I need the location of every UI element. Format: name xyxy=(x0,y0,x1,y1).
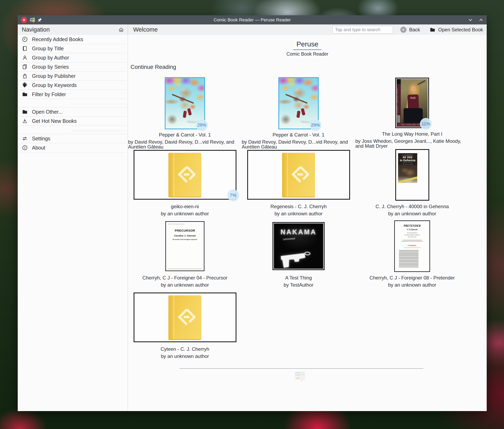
ebook-placeholder xyxy=(168,153,201,197)
chevron-up-icon[interactable] xyxy=(478,18,483,22)
page-title: Welcome xyxy=(133,26,158,33)
book-author: by Joss Whedon, Georges Jeant..., Katie … xyxy=(355,139,469,149)
book-title: geiko-eien-ni xyxy=(171,204,199,209)
chevron-down-icon[interactable] xyxy=(468,18,473,22)
book-card[interactable]: JOSS WHEDON • GEORGES JEANTY Buffy THE L… xyxy=(355,77,469,149)
book-cover[interactable]: C.J.Cherryh PRETENDER C.J.Cherryh PR xyxy=(394,220,430,272)
app-subtitle: Comic Book Reader xyxy=(128,51,487,57)
sidebar-item-about[interactable]: About xyxy=(20,143,126,152)
peruse-watermark-icon xyxy=(294,371,306,383)
sidebar-title: Navigation xyxy=(22,26,50,33)
sidebar-item-recently-added[interactable]: Recently Added Books xyxy=(20,35,126,44)
progress-badge: 29% xyxy=(196,119,208,131)
book-cover[interactable]: Volume 1 xyxy=(278,77,319,129)
back-button[interactable]: Back xyxy=(400,27,420,33)
book-card[interactable]: NAKAMA :uncocked: NAKAMA :uncocked: NAKA… xyxy=(242,220,355,291)
sidebar-item-group-by-keywords[interactable]: Group by Keywords xyxy=(20,81,126,90)
window-title: Comic Book Reader — Peruse Reader xyxy=(18,17,487,23)
book-card[interactable]: C.J.Cherryh PRETENDER C.J.Cherryh PR xyxy=(355,220,469,291)
book-title: Cherryh, C J - Foreigner 08 - Pretender xyxy=(370,275,455,280)
book-title: Cyteen - C. J. Cherryh xyxy=(161,347,209,352)
book-card[interactable]: Cyteen - C. J. Cherryh by an unknown aut… xyxy=(128,291,242,362)
book-card[interactable]: 7% geiko-eien-ni by an unknown author xyxy=(128,149,242,220)
main-content: Peruse Comic Book Reader Continue Readin… xyxy=(128,35,487,411)
bag-icon xyxy=(22,73,28,79)
contents-list xyxy=(399,250,418,268)
sliders-icon xyxy=(22,135,28,142)
open-selected-book-label: Open Selected Book xyxy=(438,27,483,33)
divider xyxy=(71,131,126,131)
book-icon xyxy=(22,45,28,52)
navigation-sidebar: Recently Added Books Group by Title Grou… xyxy=(18,35,128,411)
cover-art-pretender: PRETENDER C.J.Cherryh the second book of… xyxy=(394,220,430,272)
book-title: Regenesis - C. J. Cherryh xyxy=(270,204,327,209)
book-card[interactable]: Caroline J. Cherryh PRECURSOR Caroline J… xyxy=(128,220,242,291)
sidebar-item-group-by-series[interactable]: Group by Series xyxy=(20,62,126,72)
book-title: A Test Thing xyxy=(285,275,312,280)
book-cover[interactable]: JOSS WHEDON • GEORGES JEANTY Buffy THE L… xyxy=(395,78,429,128)
close-icon xyxy=(22,18,26,22)
folder-icon xyxy=(22,109,28,115)
bottom-divider xyxy=(179,368,423,369)
sidebar-item-group-by-title[interactable]: Group by Title xyxy=(20,44,126,53)
ebook-placeholder xyxy=(168,295,201,339)
book-cover[interactable]: C.J.CHERRYH 40 000 in Gehenna C.J.CHERRY… xyxy=(395,149,429,201)
sidebar-item-group-by-author[interactable]: Group by Author xyxy=(20,53,126,62)
book-cover[interactable] xyxy=(247,150,350,200)
progress-badge: 11% xyxy=(420,118,432,130)
close-button[interactable] xyxy=(21,17,27,23)
book-card[interactable]: Volume 1 xyxy=(128,77,242,149)
titlebar[interactable]: Comic Book Reader — Peruse Reader xyxy=(18,15,487,25)
cover-art-generic-ebook xyxy=(247,150,350,200)
gun-art xyxy=(278,247,312,269)
sidebar-item-settings[interactable]: Settings xyxy=(20,134,126,143)
book-cover[interactable] xyxy=(133,293,236,342)
book-title: C. J. Cherryh - 40000 in Gehenna xyxy=(375,204,449,209)
folder-icon xyxy=(22,91,28,97)
pages-icon xyxy=(22,64,28,70)
progress-badge: 29% xyxy=(309,119,321,131)
cover-art-nakama: NAKAMA :uncocked: xyxy=(273,222,325,270)
pin-button[interactable] xyxy=(38,18,42,22)
epub-logo-icon xyxy=(177,308,195,326)
cover-art-gehenna: C.J.CHERRYH 40 000 in Gehenna xyxy=(395,149,429,201)
back-label: Back xyxy=(409,27,420,33)
pin-icon xyxy=(38,18,42,22)
book-cover[interactable]: 7% xyxy=(133,150,236,200)
book-cover[interactable]: Volume 1 xyxy=(165,77,205,129)
book-title: Pepper & Carrot - Vol. 1 xyxy=(159,132,211,137)
open-selected-book-button[interactable]: Open Selected Book xyxy=(429,27,483,33)
book-title: Pepper & Carrot - Vol. 1 xyxy=(273,132,325,137)
publisher-logo xyxy=(397,79,401,84)
peruse-window: Comic Book Reader — Peruse Reader Naviga… xyxy=(18,15,487,411)
cover-art-generic-ebook xyxy=(133,293,236,342)
book-title: The Long Way Home, Part I xyxy=(382,132,442,136)
book-grid: Volume 1 xyxy=(128,77,469,362)
book-author: by an unknown author xyxy=(161,283,209,287)
barcode xyxy=(397,116,400,122)
header-band: Navigation Welcome Back xyxy=(18,25,487,35)
download-icon xyxy=(22,118,28,124)
progress-badge: 7% xyxy=(227,189,239,201)
book-card[interactable]: C.J.CHERRYH 40 000 in Gehenna C.J.CHERRY… xyxy=(355,149,469,220)
book-cover[interactable]: Caroline J. Cherryh PRECURSOR Caroline J… xyxy=(165,221,204,271)
divider xyxy=(71,104,126,104)
home-icon[interactable] xyxy=(118,27,124,33)
book-author: by David Revoy, David Revoy, D...vid Rev… xyxy=(242,140,355,149)
cover-art-generic-ebook xyxy=(133,150,236,200)
book-author: by an unknown author xyxy=(161,354,209,359)
search-input[interactable] xyxy=(332,26,393,34)
book-cover[interactable]: NAKAMA :uncocked: NAKAMA :uncocked: NAKA… xyxy=(273,222,325,270)
sidebar-item-open-other[interactable]: Open Other... xyxy=(20,107,126,116)
info-icon xyxy=(22,145,28,151)
book-author: by an unknown author xyxy=(388,211,436,216)
book-author: by an unknown author xyxy=(388,283,436,287)
book-title: Cherryh, C J - Foreigner 04 - Precursor xyxy=(142,275,227,280)
sidebar-item-group-by-publisher[interactable]: Group by Publisher xyxy=(20,72,126,81)
book-card[interactable]: Regenesis - C. J. Cherryh by an unknown … xyxy=(242,149,355,220)
book-card[interactable]: Volume 1 xyxy=(242,77,355,149)
sidebar-item-filter-by-folder[interactable]: Filter by Folder xyxy=(20,90,126,99)
sidebar-item-get-hot-new-books[interactable]: Get Hot New Books xyxy=(20,116,126,126)
book-author: by an unknown author xyxy=(274,211,323,216)
book-author: by an unknown author xyxy=(161,211,209,216)
